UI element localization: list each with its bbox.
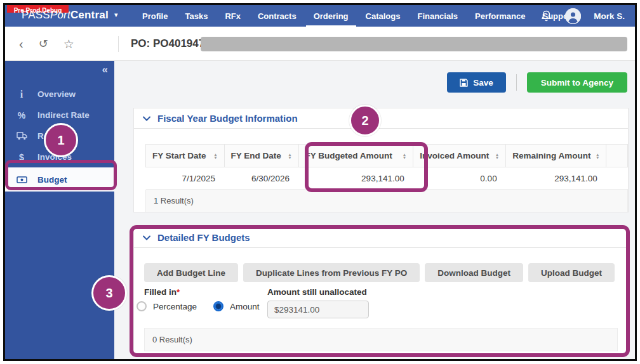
sidebar-item-label: Invoices: [37, 152, 72, 162]
budget-actions: Add Budget Line Duplicate Lines from Pre…: [144, 263, 628, 282]
filled-in-label: Filled in*: [144, 287, 628, 297]
logo-part3: Central: [70, 9, 109, 21]
unallocated-amount-input[interactable]: [267, 301, 369, 318]
sidebar-item-overview[interactable]: i Overview: [5, 84, 114, 105]
column-header-invoiced-amount: Invoiced Amount▲▼: [413, 145, 506, 167]
nav-item-contracts[interactable]: Contracts: [258, 11, 297, 21]
add-budget-line-button[interactable]: Add Budget Line: [144, 263, 238, 282]
column-header-remaining-amount: Remaining Amount▲▼: [506, 145, 606, 167]
divider: [516, 74, 517, 91]
nav-right-cluster: Mork S.: [541, 5, 625, 27]
sidebar: « i Overview % Indirect Rate Receipts: [5, 61, 114, 359]
sidebar-item-label: Budget: [37, 175, 67, 185]
logo-part2: Port: [50, 9, 70, 21]
redacted-title-bar: [201, 37, 627, 51]
results-count: 1 Result(s): [145, 190, 628, 212]
cell-invoiced-amount: 0.00: [413, 167, 506, 190]
column-header-fy-budgeted-amount: FY Budgeted Amount▲▼: [298, 145, 413, 167]
back-icon[interactable]: ‹: [19, 37, 23, 50]
sidebar-item-budget[interactable]: Budget: [5, 167, 114, 192]
sort-icon[interactable]: ▲▼: [596, 153, 599, 159]
info-icon: i: [15, 89, 28, 100]
fiscal-year-table: FY Start Date▲▼ FY End Date▲▼ FY Budgete…: [145, 144, 628, 190]
chevron-down-icon[interactable]: ▾: [114, 11, 118, 18]
filled-in-radio-group: Percentage Amount: [137, 301, 270, 311]
banknote-icon: [15, 176, 28, 183]
results-count: 0 Result(s): [144, 328, 618, 351]
truck-icon: [15, 132, 28, 140]
upload-budget-button[interactable]: Upload Budget: [528, 263, 615, 282]
nav-item-financials[interactable]: Financials: [417, 11, 458, 21]
nav-item-tasks[interactable]: Tasks: [185, 11, 208, 21]
percentage-radio[interactable]: [137, 301, 147, 311]
sort-icon[interactable]: ▲▼: [288, 153, 291, 159]
po-toolbar: ‹ ↺ ☆: [19, 27, 74, 61]
main-content: Save Submit to Agency Fiscal Year Budget…: [114, 61, 635, 359]
budget-form: Filled in* Percentage Amount Amount stil…: [144, 287, 628, 320]
percent-icon: %: [15, 110, 28, 120]
unallocated-field: Amount still unallocated: [267, 287, 369, 318]
sort-icon[interactable]: ▲▼: [213, 153, 217, 159]
cell-fy-end-date: 6/30/2026: [224, 167, 298, 190]
sidebar-item-label: Indirect Rate: [37, 110, 90, 120]
required-marker: *: [177, 287, 180, 297]
duplicate-lines-button[interactable]: Duplicate Lines from Previous FY PO: [243, 263, 420, 282]
detailed-section-header[interactable]: Detailed FY Budgets: [134, 228, 628, 248]
sidebar-item-label: Overview: [37, 89, 76, 99]
po-header-row: ‹ ↺ ☆ PO: PO401947: [5, 27, 635, 61]
person-icon: [565, 8, 581, 24]
top-navbar: Pre Prod Debug PASSPortCentral▾ Profile …: [5, 5, 635, 27]
fiscal-year-section-header[interactable]: Fiscal Year Budget Information: [134, 108, 628, 129]
user-avatar[interactable]: [565, 8, 581, 24]
page-body: « i Overview % Indirect Rate Receipts: [5, 61, 635, 359]
logo-part1: PASS: [22, 9, 50, 21]
sidebar-item-indirect-rate[interactable]: % Indirect Rate: [5, 105, 114, 126]
nav-item-profile[interactable]: Profile: [142, 11, 168, 21]
chevron-down-icon: [143, 235, 150, 240]
user-name[interactable]: Mork S.: [594, 11, 625, 21]
floppy-disk-icon: [460, 79, 468, 87]
sort-icon[interactable]: ▲▼: [403, 153, 406, 159]
divider: [118, 36, 119, 52]
favorite-star-icon[interactable]: ☆: [63, 38, 74, 50]
notifications-bell-icon[interactable]: [541, 10, 552, 22]
save-label: Save: [473, 78, 493, 88]
sidebar-item-label: Receipts: [37, 131, 73, 141]
sidebar-item-receipts[interactable]: Receipts: [5, 126, 114, 146]
section-title: Detailed FY Budgets: [157, 232, 250, 243]
nav-item-catalogs[interactable]: Catalogs: [366, 11, 401, 21]
fiscal-year-budget-section: Fiscal Year Budget Information FY Start …: [133, 108, 629, 212]
percentage-radio-label[interactable]: Percentage: [153, 302, 197, 311]
cell-fy-budgeted-amount: 293,141.00: [298, 167, 413, 190]
section-title: Fiscal Year Budget Information: [157, 113, 298, 124]
sort-icon[interactable]: ▲▼: [495, 153, 499, 159]
detailed-fy-budgets-section: Detailed FY Budgets Add Budget Line Dupl…: [133, 227, 629, 354]
cell-clipped: [606, 167, 628, 190]
download-budget-button[interactable]: Download Budget: [425, 263, 523, 282]
app-window: Pre Prod Debug PASSPortCentral▾ Profile …: [3, 3, 637, 361]
cell-remaining-amount: 293,141.00: [506, 167, 606, 190]
column-header-fy-start-date: FY Start Date▲▼: [146, 145, 225, 167]
nav-item-rfx[interactable]: RFx: [225, 11, 241, 21]
page-title: PO: PO401947: [131, 27, 204, 61]
cell-fy-start-date: 7/1/2025: [146, 167, 225, 190]
nav-item-performance[interactable]: Performance: [475, 11, 525, 21]
page-actions: Save Submit to Agency: [447, 72, 627, 93]
save-button[interactable]: Save: [447, 72, 506, 93]
app-logo[interactable]: PASSPortCentral▾: [22, 9, 118, 22]
unallocated-label: Amount still unallocated: [267, 287, 369, 297]
amount-radio[interactable]: [213, 301, 223, 311]
dollar-icon: $: [15, 152, 28, 162]
column-header-clipped: [606, 145, 628, 167]
history-icon[interactable]: ↺: [39, 38, 48, 49]
sidebar-menu: i Overview % Indirect Rate Receipts $ In…: [5, 84, 114, 192]
nav-menu: Profile Tasks RFx Contracts Ordering Cat…: [142, 5, 574, 27]
sidebar-collapse-icon[interactable]: «: [102, 63, 108, 76]
column-header-fy-end-date: FY End Date▲▼: [224, 145, 298, 167]
table-row[interactable]: 7/1/2025 6/30/2026 293,141.00 0.00 293,1…: [146, 167, 628, 190]
sidebar-item-invoices[interactable]: $ Invoices: [5, 146, 114, 167]
submit-to-agency-button[interactable]: Submit to Agency: [527, 72, 627, 93]
nav-item-ordering[interactable]: Ordering: [314, 11, 349, 21]
chevron-down-icon: [143, 116, 150, 121]
amount-radio-label[interactable]: Amount: [230, 302, 260, 311]
